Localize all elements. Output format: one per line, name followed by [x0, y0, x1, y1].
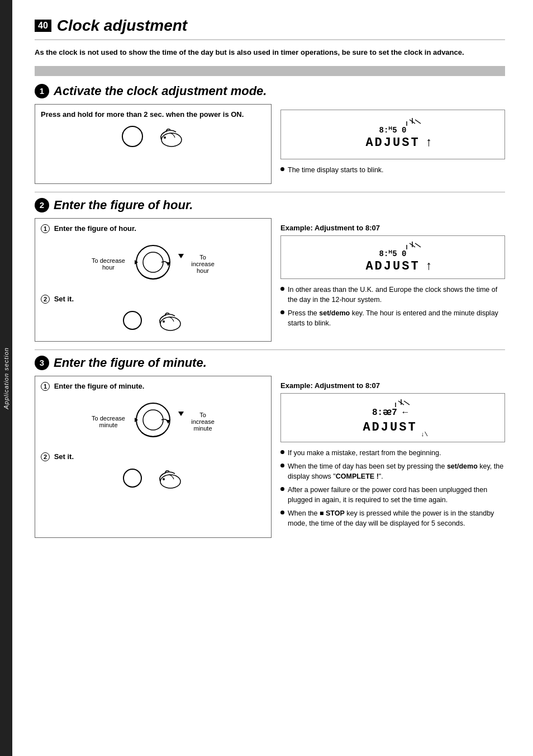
- page: Application section 40 Clock adjustment …: [0, 0, 533, 756]
- svg-point-2: [164, 136, 166, 139]
- divider1: [35, 192, 505, 192]
- sidebar-label: Application section: [3, 347, 9, 409]
- divider2: [35, 349, 505, 350]
- step1-buttons: [41, 124, 265, 149]
- step2-buttons: [41, 308, 265, 333]
- decrease-minute-label: To decrease minute: [89, 415, 128, 428]
- svg-text:ADJUST: ADJUST: [365, 136, 420, 150]
- page-header: 40 Clock adjustment: [35, 17, 505, 40]
- svg-text:ADJUST: ADJUST: [363, 420, 417, 434]
- step3-notes: If you make a mistake, restart from the …: [280, 448, 505, 529]
- svg-text:8:ᴴ5 0: 8:ᴴ5 0: [379, 126, 406, 135]
- svg-line-17: [415, 243, 421, 247]
- step1-header: 1 Activate the clock adjustment mode.: [35, 84, 505, 98]
- bullet-dot6: [280, 487, 284, 491]
- step3-example-label: Example: Adjustment to 8:07: [280, 381, 505, 390]
- step3-knob-area: To decrease minute: [41, 396, 265, 447]
- increase-hour-label: To increase hour: [178, 254, 217, 274]
- bullet-dot2: [280, 287, 284, 291]
- svg-point-23: [136, 403, 170, 437]
- page-number: 40: [35, 20, 51, 32]
- svg-point-14: [160, 317, 180, 330]
- knob-diagram: [128, 239, 178, 289]
- page-title: Clock adjustment: [57, 17, 187, 35]
- step2-example-label: Example: Adjustment to 8:07: [280, 224, 505, 232]
- substep4-num: 2: [41, 452, 50, 461]
- remote3-icon: [154, 466, 184, 491]
- svg-text:ADJUST: ADJUST: [365, 259, 420, 273]
- power-button2-icon: [122, 310, 142, 330]
- svg-text:8:ᴂ7 ←: 8:ᴂ7 ←: [372, 408, 408, 418]
- svg-point-24: [143, 410, 163, 430]
- increase-minute-label: To increase minute: [178, 412, 217, 432]
- step1-display-svg: 8:ᴴ5 0 ADJUST ↑: [342, 117, 443, 150]
- step3-substep1: 1 Enter the figure of minute.: [41, 382, 265, 391]
- step3-buttons: [41, 466, 265, 491]
- decrease-hour-label: To decrease hour: [89, 257, 128, 271]
- substep1-num: 1: [41, 224, 50, 233]
- step2-left: 1 Enter the figure of hour. To decrease …: [35, 218, 272, 342]
- step2-columns: 1 Enter the figure of hour. To decrease …: [35, 218, 505, 342]
- step3-display-svg: 8:ᴂ7 ← ADJUST ↓\: [342, 398, 443, 437]
- svg-point-1: [161, 133, 182, 147]
- step3-left: 1 Enter the figure of minute. To decreas…: [35, 376, 272, 538]
- step2-right: Example: Adjustment to 8:07 8:ᴴ5 0 ADJUS…: [280, 218, 505, 342]
- step1-columns: Press and hold for more than 2 sec. when…: [35, 104, 505, 184]
- svg-point-10: [136, 245, 170, 279]
- step2-note1: In other areas than the U.K. and Europe …: [280, 285, 505, 305]
- step3-title: Enter the figure of minute.: [54, 356, 207, 370]
- svg-point-28: [163, 478, 165, 480]
- bullet-dot4: [280, 450, 284, 454]
- svg-text:↑: ↑: [425, 136, 432, 150]
- svg-line-30: [404, 401, 410, 405]
- step3-number: 3: [35, 356, 49, 370]
- remote2-icon: [154, 308, 184, 333]
- bullet-dot5: [280, 464, 284, 467]
- step1-display-box: 8:ᴴ5 0 ADJUST ↑: [280, 110, 505, 159]
- step1-instruction: Press and hold for more than 2 sec. when…: [41, 110, 265, 119]
- step1-title: Activate the clock adjustment mode.: [54, 84, 266, 98]
- bullet-dot: [280, 167, 284, 171]
- svg-text:↑: ↑: [425, 259, 432, 273]
- remote-icon: [155, 124, 185, 149]
- svg-text:↓\: ↓\: [421, 431, 428, 437]
- arrow-down2-icon: [178, 412, 184, 416]
- svg-point-27: [160, 475, 180, 488]
- step2-knob-area: To decrease hour: [41, 239, 265, 289]
- main-content: 40 Clock adjustment As the clock is not …: [23, 11, 516, 551]
- step1-notes: The time display starts to blink.: [280, 165, 505, 175]
- sidebar: Application section: [0, 0, 12, 756]
- step1-right: 8:ᴴ5 0 ADJUST ↑ The time display starts …: [280, 104, 505, 184]
- arrow-down-icon: [178, 254, 184, 258]
- power-button-icon: [121, 125, 144, 148]
- step3-display-box: 8:ᴂ7 ← ADJUST ↓\: [280, 393, 505, 442]
- step3-note4: When the ■ STOP key is pressed while the…: [280, 508, 505, 528]
- substep3-num: 1: [41, 382, 50, 391]
- step3-columns: 1 Enter the figure of minute. To decreas…: [35, 376, 505, 538]
- svg-point-11: [143, 252, 163, 272]
- step2-number: 2: [35, 198, 49, 212]
- step3-note3: After a power failure or the power cord …: [280, 485, 505, 505]
- svg-point-13: [123, 311, 141, 329]
- step3-right: Example: Adjustment to 8:07 8:ᴂ7 ← ADJUS…: [280, 376, 505, 538]
- step1-number: 1: [35, 84, 49, 98]
- svg-point-0: [122, 126, 142, 147]
- step2-substep1: 1 Enter the figure of hour.: [41, 224, 265, 233]
- step3-note2: When the time of day has been set by pre…: [280, 461, 505, 481]
- step3-header: 3 Enter the figure of minute.: [35, 356, 505, 370]
- step3-substep2: 2 Set it.: [41, 452, 265, 461]
- gray-bar: [35, 66, 505, 76]
- svg-point-15: [163, 320, 165, 323]
- step2-display-box: 8:ᴴ5 0 ADJUST ↑: [280, 235, 505, 279]
- bullet-dot7: [280, 511, 284, 514]
- step2-title: Enter the figure of hour.: [54, 198, 193, 212]
- step1-note1: The time display starts to blink.: [280, 165, 505, 175]
- knob-svg: [128, 239, 178, 289]
- substep2-num: 2: [41, 295, 50, 304]
- step2-substep2: 2 Set it.: [41, 295, 265, 304]
- step2-display-svg: 8:ᴴ5 0 ADJUST ↑: [342, 240, 443, 274]
- step3-note1: If you make a mistake, restart from the …: [280, 448, 505, 458]
- svg-text:8:ᴴ5 0: 8:ᴴ5 0: [379, 249, 406, 258]
- step1-display: 8:ᴴ5 0 ADJUST ↑: [340, 115, 445, 154]
- knob2-svg: [128, 396, 178, 447]
